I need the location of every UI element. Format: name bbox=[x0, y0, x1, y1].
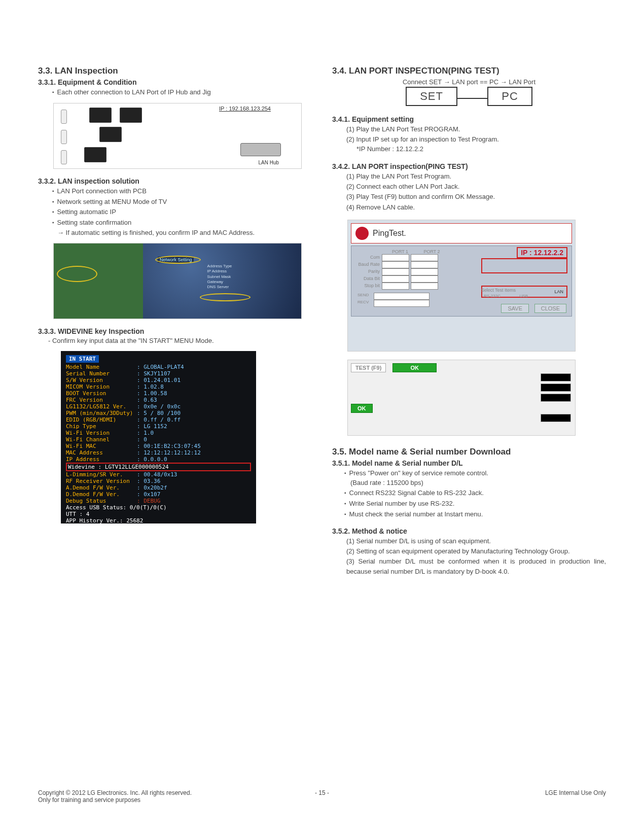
text-342-l4: (4) Remove LAN cable. bbox=[346, 202, 606, 213]
heading-3-5-2: 3.5.2. Method & notice bbox=[332, 527, 606, 535]
heading-3-3-1: 3.3.1. Equipment & Condition bbox=[38, 78, 312, 86]
test-f9-button[interactable]: TEST (F9) bbox=[351, 363, 386, 372]
text-352-l2: (2) Setting of scan equipment operated b… bbox=[346, 546, 606, 556]
instart-r05v: : 1.00.58 bbox=[137, 390, 167, 397]
instart-r18v: : 03.36 bbox=[137, 478, 160, 484]
instart-r03l: S/W Version bbox=[66, 377, 137, 383]
radio-usb: USB bbox=[520, 294, 528, 298]
text-351-b3: Write Serial number by use RS-232. bbox=[344, 499, 606, 509]
text-332-b4: Setting state confirmation bbox=[52, 218, 312, 228]
figure-jig: PCBA JIG Ready Setting automatic IP Netw… bbox=[53, 243, 302, 319]
fld-stopbit: Stop bit bbox=[354, 283, 382, 290]
radio-lan: LAN bbox=[554, 289, 563, 294]
text-332-b2: Network setting at MENU Mode of TV bbox=[52, 197, 312, 207]
footer-page-number: - 15 - bbox=[38, 789, 606, 796]
ip-line2: IP Address bbox=[207, 269, 232, 274]
instart-r14v: : 12:12:12:12:12:12 bbox=[137, 449, 201, 456]
fld-baud: Baud Rate bbox=[354, 261, 382, 268]
fld-databit: Data Bit bbox=[354, 275, 382, 283]
recv-label: RECV bbox=[357, 300, 369, 304]
instart-r19l: A.Demod F/W Ver. bbox=[66, 484, 137, 491]
instart-r04v: : 1.02.8 bbox=[137, 383, 164, 390]
fld-com: Com bbox=[354, 254, 382, 261]
text-351-b1s: (Baud rate : 115200 bps) bbox=[350, 478, 606, 488]
heading-3-4: 3.4. LAN PORT INSPECTION(PING TEST) bbox=[332, 66, 606, 76]
ok-box: OK bbox=[351, 404, 373, 413]
instart-r09v: : 0.ff / 0.ff bbox=[137, 416, 181, 423]
heading-3-5: 3.5. Model name & Serial number Download bbox=[332, 447, 606, 457]
instart-r13v: : 00:1E:B2:C3:07:45 bbox=[137, 443, 201, 449]
instart-r05l: BOOT Version bbox=[66, 390, 137, 397]
instart-r02v: : SKJY1107 bbox=[137, 370, 170, 377]
instart-r07v: : 0x0e / 0x0c bbox=[137, 403, 181, 410]
instart-r03v: : 01.24.01.01 bbox=[137, 377, 181, 383]
heading-3-4-2: 3.4.2. LAN PORT inspection(PING TEST) bbox=[332, 162, 606, 170]
text-341-l1: (1) Play the LAN Port Test PROGRAM. bbox=[346, 124, 606, 134]
text-342-l2: (2) Connect each other LAN Port Jack. bbox=[346, 182, 606, 192]
instart-r02l: Serial Number bbox=[66, 370, 137, 377]
instart-r11v: : 1.0 bbox=[137, 430, 154, 436]
instart-r22: Access USB Status: 0/0(T)/0(C) bbox=[66, 504, 167, 511]
figure-ip-label: IP : 192.168.123.254 bbox=[219, 106, 271, 112]
instart-r10l: Chip Type bbox=[66, 423, 137, 430]
pingtest-title: PingTest. bbox=[373, 229, 406, 238]
instart-r14l: MAC Address bbox=[66, 449, 137, 456]
text-351-b2: Connect RS232 Signal Cable to RS-232 Jac… bbox=[344, 488, 606, 499]
instart-widevine: Widevine : LGTV12LLGE000000524 bbox=[68, 464, 169, 470]
footer-purpose: Only for training and service purposes bbox=[38, 796, 192, 803]
select-test-items: Select Test Items bbox=[481, 288, 516, 293]
instart-r13l: Wi-Fi MAC bbox=[66, 443, 137, 449]
instart-r08v: : 5 / 80 /100 bbox=[137, 410, 181, 416]
figure-lan-hub: IP : 192.168.123.254 LAN Hub bbox=[53, 103, 302, 169]
instart-r12v: : 0 bbox=[137, 436, 147, 443]
text-341-l2: (2) Input IP set up for an inspection to… bbox=[346, 134, 606, 145]
text-333: - Confirm key input data at the "IN STAR… bbox=[48, 336, 312, 346]
port1-label: PORT 1 bbox=[385, 249, 415, 254]
close-button[interactable]: CLOSE bbox=[534, 304, 566, 313]
instart-r24: APP History Ver.: 25682 bbox=[66, 517, 143, 523]
heading-3-3-3: 3.3.3. WIDEVINE key Inspection bbox=[38, 327, 312, 335]
instart-r06l: FRC Version bbox=[66, 397, 137, 403]
heading-3-3-2: 3.3.2. LAN inspection solution bbox=[38, 177, 312, 185]
instart-r07l: LG1132/LG5812 Ver. bbox=[66, 403, 137, 410]
figure-pingtest: PingTest. IP : 12.12.2.2 PORT 1 PORT 2 C… bbox=[347, 220, 576, 352]
port2-label: PORT 2 bbox=[417, 249, 447, 254]
instart-r20v: : 0x107 bbox=[137, 491, 160, 498]
heading-3-3: 3.3. LAN Inspection bbox=[38, 66, 312, 76]
ip-line1: Address Type bbox=[207, 264, 232, 269]
instart-r01v: : GLOBAL-PLAT4 bbox=[137, 364, 184, 370]
instart-r20l: D.Demod F/W Ver. bbox=[66, 491, 137, 498]
figure-instart: IN START Model Name: GLOBAL-PLAT4 Serial… bbox=[61, 351, 256, 523]
send-label: SEND bbox=[357, 293, 369, 297]
text-351-b1: Press "Power on" key of service remote c… bbox=[344, 468, 606, 479]
ip-line4: Gateway bbox=[207, 279, 232, 285]
instart-r19v: : 0x20b2f bbox=[137, 484, 167, 491]
save-button[interactable]: SAVE bbox=[501, 304, 529, 313]
radio-rs232c: RS-232C bbox=[484, 294, 500, 298]
instart-r10v: : LG 1152 bbox=[137, 423, 167, 430]
ip-line5: DNS Server bbox=[207, 285, 232, 290]
ip-line3: Subnet Mask bbox=[207, 274, 232, 279]
text-342-l1: (1) Play the LAN Port Test Program. bbox=[346, 171, 606, 182]
text-332-b3: Setting automatic IP bbox=[52, 207, 312, 218]
instart-r15l: IP Address bbox=[66, 456, 137, 463]
text-34-connect: Connect SET → LAN port == PC → LAN Port bbox=[332, 78, 606, 86]
text-352-l1: (1) Serial number D/L is using of scan e… bbox=[346, 536, 606, 546]
instart-r06v: : 0.63 bbox=[137, 397, 157, 403]
instart-r11l: Wi-Fi Version bbox=[66, 430, 137, 436]
instart-r09l: EDID (RGB/HDMI) bbox=[66, 416, 137, 423]
instart-r12l: Wi-Fi Channel bbox=[66, 436, 137, 443]
heading-3-4-1: 3.4.1. Equipment setting bbox=[332, 115, 606, 123]
instart-r17v: : 00.48/0x13 bbox=[137, 471, 177, 478]
text-332-b1: LAN Port connection with PCB bbox=[52, 186, 312, 197]
instart-r17l: L-Dimming/SR Ver. bbox=[66, 471, 137, 478]
instart-r21v: : DEBUG bbox=[137, 498, 160, 504]
text-351-b4: Must check the serial number at Instart … bbox=[344, 509, 606, 520]
figure-hub-label: LAN Hub bbox=[258, 160, 279, 165]
text-331-b1: Each other connection to LAN Port of IP … bbox=[52, 87, 312, 98]
box-set: SET bbox=[406, 87, 457, 106]
text-342-l3: (3) Play Test (F9) button and confirm OK… bbox=[346, 192, 606, 202]
instart-r08l: PWM (min/max/3DDuty) bbox=[66, 410, 137, 416]
instart-r01l: Model Name bbox=[66, 364, 137, 370]
lg-logo-icon bbox=[355, 227, 369, 240]
